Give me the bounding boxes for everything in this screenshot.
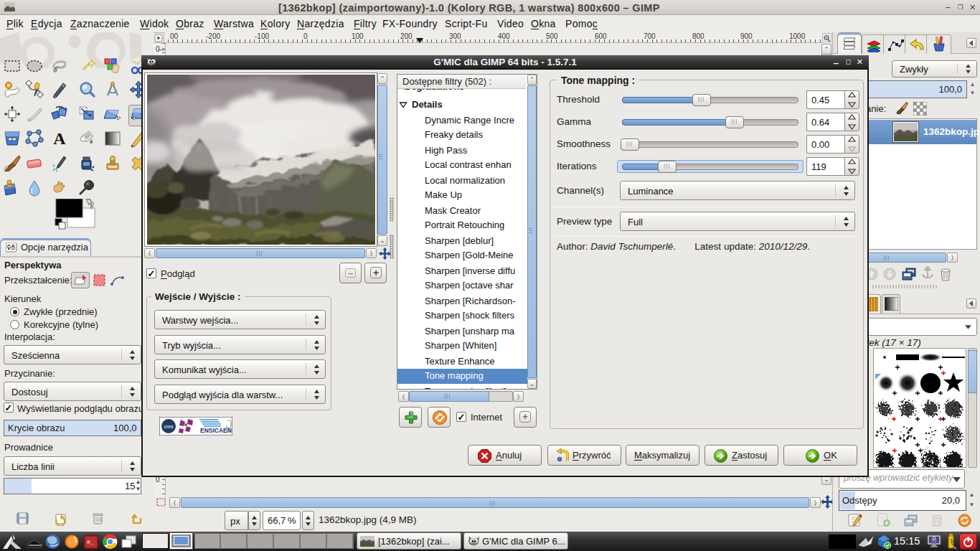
svg-text:cnrs: cnrs [164,424,174,429]
svg-text:A: A [53,129,66,148]
svg-text:#_: #_ [87,539,94,545]
